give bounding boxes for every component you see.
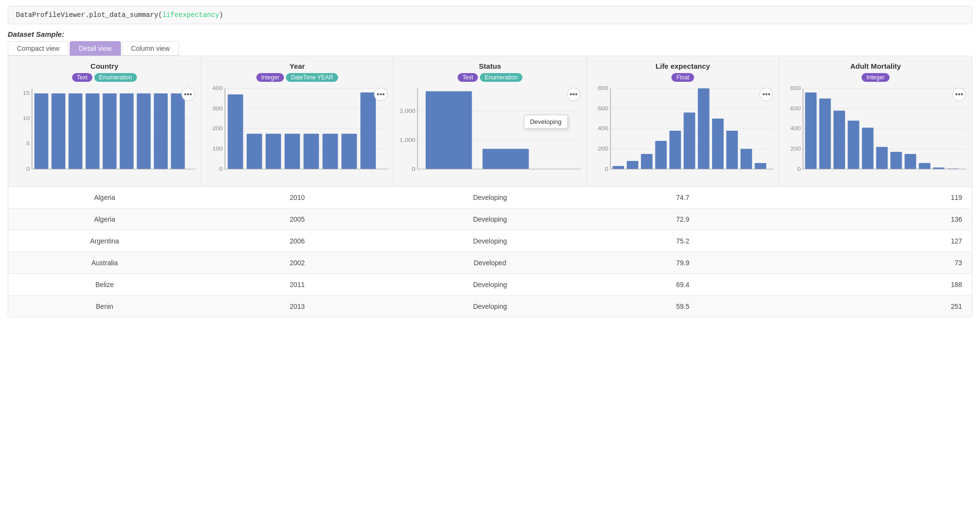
cell-status-4: Developing	[394, 274, 586, 296]
table-row: Argentina2006Developing75.2127	[8, 230, 972, 252]
tab-column[interactable]: Column view	[122, 41, 179, 56]
badge-enumeration: Enumeration	[480, 73, 522, 82]
chart-area-3: •••0200400600800	[591, 86, 775, 182]
cell-country-2: Argentina	[8, 230, 201, 252]
code-arg: lifeexpectancy	[162, 11, 219, 19]
col-badges-4: Integer	[783, 73, 968, 82]
svg-rect-45	[426, 91, 472, 169]
svg-text:0: 0	[219, 166, 223, 171]
chart-svg-2: 01,0002,000	[398, 86, 582, 182]
svg-rect-29	[227, 94, 243, 169]
svg-rect-32	[284, 134, 300, 169]
cell-year-2: 2006	[201, 230, 393, 252]
tab-detail[interactable]: Detail view	[70, 41, 121, 56]
chart-area-1: •••0100200300400	[205, 86, 390, 182]
cell-life_exp-5: 59.5	[586, 296, 779, 318]
col-badges-2: TextEnumeration	[398, 73, 582, 82]
col-header-2: Status	[398, 62, 582, 70]
badge-text: Text	[458, 73, 478, 82]
svg-rect-65	[698, 89, 709, 169]
svg-rect-69	[755, 163, 766, 169]
more-button-1[interactable]: •••	[374, 88, 387, 101]
badge-datetime-year: DateTime YEAR	[286, 73, 338, 82]
table-row: Algeria2010Developing74.7119	[8, 187, 972, 209]
svg-rect-60	[626, 161, 638, 169]
cell-year-4: 2011	[201, 274, 393, 296]
table-row: Australia2002Developed79.973	[8, 252, 972, 274]
data-table: Algeria2010Developing74.7119Algeria2005D…	[8, 187, 972, 317]
col-panel-country: CountryTextEnumeration•••051015	[8, 56, 201, 186]
more-button-2[interactable]: •••	[567, 88, 580, 101]
badge-float: Float	[671, 73, 694, 82]
cell-adult_mort-3: 73	[779, 252, 972, 274]
tabs-container: Compact view Detail view Column view	[8, 41, 972, 56]
svg-rect-9	[51, 93, 65, 169]
svg-text:15: 15	[23, 91, 30, 96]
badge-integer: Integer	[256, 73, 284, 82]
cell-life_exp-2: 75.2	[586, 230, 779, 252]
cell-life_exp-3: 79.9	[586, 252, 779, 274]
svg-text:0: 0	[26, 166, 30, 171]
svg-text:200: 200	[597, 146, 609, 151]
svg-text:400: 400	[790, 126, 802, 131]
cell-year-5: 2013	[201, 296, 393, 318]
cell-country-5: Benin	[8, 296, 201, 318]
svg-rect-84	[833, 110, 845, 169]
tab-compact[interactable]: Compact view	[8, 41, 69, 56]
chart-svg-4: 0200400600800	[783, 86, 968, 182]
svg-rect-87	[876, 147, 888, 169]
svg-rect-62	[655, 141, 667, 169]
svg-rect-31	[266, 134, 281, 169]
col-panel-adult-mortality: Adult MortalityInteger•••0200400600800	[779, 56, 972, 186]
table-section: Algeria2010Developing74.7119Algeria2005D…	[8, 187, 972, 317]
svg-rect-82	[805, 92, 817, 169]
svg-text:0: 0	[412, 166, 416, 171]
col-badges-1: IntegerDateTime YEAR	[205, 73, 390, 82]
cell-status-1: Developing	[394, 209, 586, 230]
cell-year-0: 2010	[201, 187, 393, 209]
cell-country-0: Algeria	[8, 187, 201, 209]
svg-text:800: 800	[597, 86, 609, 91]
chart-svg-1: 0100200300400	[205, 86, 390, 182]
svg-rect-30	[247, 134, 262, 169]
svg-text:400: 400	[212, 86, 223, 91]
col-badges-3: Float	[591, 73, 775, 82]
col-header-1: Year	[205, 62, 390, 70]
svg-rect-14	[137, 93, 151, 169]
svg-rect-61	[641, 154, 653, 169]
cell-adult_mort-4: 188	[779, 274, 972, 296]
svg-text:400: 400	[597, 126, 609, 131]
cell-status-0: Developing	[394, 187, 586, 209]
main-content: CountryTextEnumeration•••051015YearInteg…	[8, 56, 972, 318]
svg-text:800: 800	[790, 86, 802, 91]
cell-life_exp-1: 72.9	[586, 209, 779, 230]
more-button-0[interactable]: •••	[181, 88, 195, 101]
col-badges-0: TextEnumeration	[12, 73, 197, 82]
svg-rect-13	[120, 93, 134, 169]
svg-rect-33	[303, 134, 319, 169]
svg-rect-34	[322, 134, 338, 169]
svg-rect-46	[483, 149, 529, 169]
charts-section: CountryTextEnumeration•••051015YearInteg…	[8, 56, 972, 187]
svg-text:100: 100	[212, 146, 223, 151]
col-panel-life-expectancy: Life expectancyFloat•••0200400600800	[587, 56, 780, 186]
cell-life_exp-4: 69.4	[586, 274, 779, 296]
cell-status-3: Developed	[394, 252, 586, 274]
svg-rect-35	[341, 134, 356, 169]
svg-rect-86	[862, 128, 874, 169]
svg-rect-10	[69, 93, 83, 169]
cell-country-4: Belize	[8, 274, 201, 296]
svg-rect-16	[171, 93, 185, 169]
col-panel-year: YearIntegerDateTime YEAR•••0100200300400	[201, 56, 394, 186]
more-button-4[interactable]: •••	[952, 88, 966, 101]
svg-text:2,000: 2,000	[400, 108, 416, 114]
svg-rect-8	[34, 93, 48, 169]
svg-text:300: 300	[212, 106, 223, 111]
svg-text:5: 5	[26, 141, 30, 146]
cell-life_exp-0: 74.7	[586, 187, 779, 209]
dataset-label: Dataset Sample:	[8, 30, 972, 38]
cell-year-3: 2002	[201, 252, 393, 274]
chart-area-4: •••0200400600800	[783, 86, 968, 182]
svg-rect-15	[154, 93, 168, 169]
svg-rect-85	[848, 121, 860, 169]
